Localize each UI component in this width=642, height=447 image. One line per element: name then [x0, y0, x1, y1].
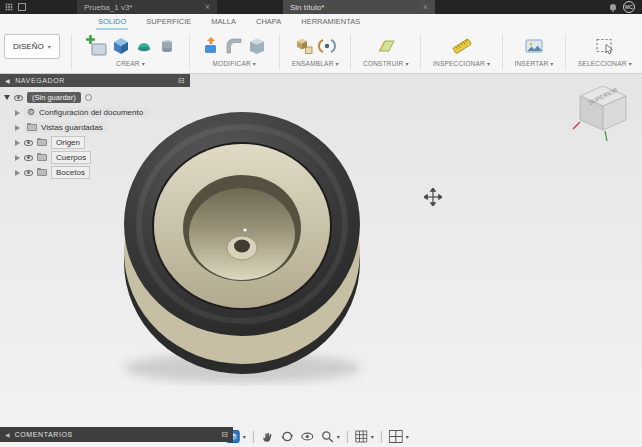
zoom-icon[interactable] [321, 430, 334, 443]
measure-icon[interactable] [451, 36, 473, 56]
viewports-icon[interactable] [389, 430, 403, 443]
comments-bar[interactable]: ◀ COMENTARIOS ⊟ [0, 427, 233, 442]
press-pull-icon[interactable] [201, 36, 221, 56]
chevron-down-icon[interactable]: ▾ [337, 434, 340, 440]
toolbar-divider [502, 34, 503, 70]
root-document-label[interactable]: (Sin guardar) [27, 92, 81, 103]
new-component-icon[interactable] [294, 36, 314, 56]
create-sketch-icon[interactable] [84, 34, 108, 58]
file-panel-icon[interactable] [18, 3, 26, 11]
visibility-eye-icon[interactable] [24, 140, 33, 146]
visibility-eye-icon[interactable] [24, 170, 33, 176]
group-label-ensamblar[interactable]: ENSAMBLAR ▾ [292, 60, 339, 67]
document-tab-active[interactable]: Sin título* × [283, 0, 435, 14]
tree-row-sketches[interactable]: Bocetos [0, 165, 190, 180]
folder-icon [37, 169, 47, 176]
app-window: Prueba_1 v3* × Sin título* × MC SOLIDO S… [0, 0, 642, 447]
group-insertar: INSERTAR ▾ [514, 32, 553, 67]
group-label-seleccionar[interactable]: SELECCIONAR ▾ [578, 60, 632, 67]
workspace-selector-button[interactable]: DISEÑO ▾ [4, 34, 60, 59]
tree-row-bodies[interactable]: Cuerpos [0, 150, 190, 165]
notifications-icon[interactable] [610, 4, 616, 10]
navigator-tree: (Sin guardar) ⚙ Configuración del docume… [0, 87, 190, 180]
chevron-down-icon: ▾ [253, 61, 256, 67]
toolbar-divider [279, 34, 280, 70]
comments-title: COMENTARIOS [15, 431, 73, 438]
group-label-construir[interactable]: CONSTRUIR ▾ [363, 60, 409, 67]
tree-row-named-views[interactable]: Vistas guardadas [0, 120, 190, 135]
expander-icon[interactable] [15, 140, 20, 146]
tree-row-document-settings[interactable]: ⚙ Configuración del documento [0, 105, 190, 120]
viewcube[interactable]: SUPERIOR [572, 80, 634, 142]
collapse-left-icon[interactable]: ◀ [5, 77, 10, 84]
navigator-title: NAVEGADOR [15, 77, 65, 84]
fillet-icon[interactable] [224, 36, 244, 56]
group-crear: CREAR ▾ [84, 32, 177, 67]
folder-icon [37, 139, 47, 146]
collapse-left-icon[interactable]: ◀ [5, 431, 10, 438]
apps-grid-icon[interactable] [5, 3, 13, 11]
look-at-icon[interactable] [301, 430, 314, 443]
chevron-down-icon[interactable]: ▾ [243, 434, 246, 440]
close-icon[interactable]: × [205, 3, 210, 12]
navigator-header[interactable]: ◀ NAVEGADOR ⊟ [0, 74, 190, 87]
component-color-icon[interactable] [85, 94, 92, 101]
titlebar: Prueba_1 v3* × Sin título* × MC [0, 0, 642, 14]
shell-icon[interactable] [247, 36, 267, 56]
tree-row-root[interactable]: (Sin guardar) [0, 90, 190, 105]
tree-item-label: Cuerpos [51, 151, 91, 164]
panel-toggle-icon[interactable]: ⊟ [178, 77, 185, 85]
expander-icon[interactable] [15, 155, 20, 161]
tab-solido[interactable]: SOLIDO [96, 17, 128, 30]
tree-row-origin[interactable]: Origen [0, 135, 190, 150]
toolbar-divider [350, 34, 351, 70]
group-seleccionar: SELECCIONAR ▾ [578, 32, 632, 67]
sweep-icon[interactable] [157, 36, 177, 56]
revolve-icon[interactable] [134, 36, 154, 56]
group-label-insertar[interactable]: INSERTAR ▾ [514, 60, 553, 67]
close-icon[interactable]: × [423, 3, 428, 12]
dock-divider [253, 431, 254, 443]
chevron-down-icon: ▾ [550, 61, 553, 67]
chevron-down-icon[interactable]: ▾ [406, 434, 409, 440]
group-inspeccionar: INSPECCIONAR ▾ [433, 32, 490, 67]
expander-icon[interactable] [15, 125, 20, 131]
dock-divider [347, 431, 348, 443]
visibility-eye-icon[interactable] [14, 95, 23, 101]
ribbon: SOLIDO SUPERFICIE MALLA CHAPA HERRAMIENT… [0, 14, 642, 74]
chevron-down-icon: ▾ [142, 61, 145, 67]
chevron-down-icon: ▾ [336, 61, 339, 67]
toolbar-divider [565, 34, 566, 70]
chevron-down-icon[interactable]: ▾ [371, 434, 374, 440]
construct-plane-icon[interactable] [376, 36, 396, 56]
expander-icon[interactable] [15, 110, 20, 116]
tree-item-label: Configuración del documento [39, 108, 143, 117]
viewport-dock: ▾ ▾ ▾ ▾ [226, 430, 409, 443]
document-tab-label: Prueba_1 v3* [84, 3, 132, 12]
toolbar-divider [420, 34, 421, 70]
folder-icon [27, 124, 37, 131]
group-label-modificar[interactable]: MODIFICAR ▾ [213, 60, 257, 67]
orbit-icon[interactable] [281, 430, 294, 443]
visibility-eye-icon[interactable] [24, 155, 33, 161]
extrude-icon[interactable] [111, 36, 131, 56]
panel-toggle-icon[interactable]: ⊟ [221, 431, 228, 439]
expander-icon[interactable] [15, 170, 20, 176]
document-tab[interactable]: Prueba_1 v3* × [77, 0, 217, 14]
chevron-down-icon: ▾ [629, 61, 632, 67]
group-label-inspeccionar[interactable]: INSPECCIONAR ▾ [433, 60, 490, 67]
pan-icon[interactable] [261, 430, 274, 443]
joint-icon[interactable] [317, 36, 337, 56]
expander-open-icon[interactable] [4, 95, 10, 100]
tab-malla[interactable]: MALLA [209, 17, 238, 30]
chevron-down-icon: ▾ [487, 61, 490, 67]
tab-chapa[interactable]: CHAPA [254, 17, 283, 30]
tab-superficie[interactable]: SUPERFICIE [144, 17, 193, 30]
user-avatar[interactable]: MC [623, 1, 635, 13]
toolbar-divider [71, 34, 72, 70]
insert-image-icon[interactable] [524, 36, 544, 56]
select-icon[interactable] [594, 36, 616, 56]
grid-settings-icon[interactable] [355, 430, 368, 443]
tab-herramientas[interactable]: HERRAMIENTAS [299, 17, 362, 30]
group-label-crear[interactable]: CREAR ▾ [116, 60, 145, 67]
